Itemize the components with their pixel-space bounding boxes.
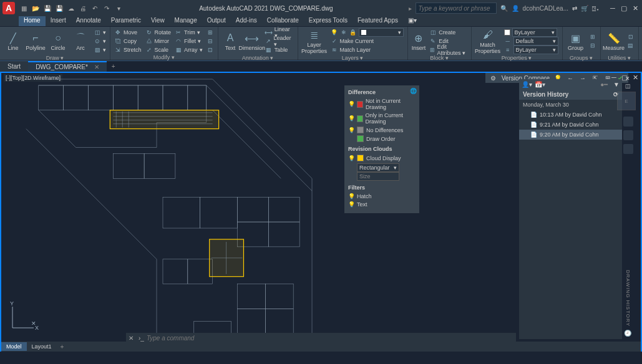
signin-icon[interactable]: 👤 [512,5,519,12]
grey-swatch[interactable] [357,127,364,133]
bulb-icon[interactable]: 💡 [348,127,354,133]
vh-dock-icon[interactable]: ◫ [625,83,631,89]
leader-button[interactable]: ↗Leader ▾ [264,37,295,46]
arc-button[interactable]: ⌒Arc [70,28,91,54]
dimension-button[interactable]: ⟷Dimension [241,28,263,54]
qat-plot-icon[interactable]: 🖨 [78,3,88,13]
search-input[interactable] [416,2,497,14]
user-name[interactable]: dcohnCADLea... [523,5,568,12]
search-icon[interactable]: 🔍 [500,5,508,12]
modify-misc2[interactable]: ⊟ [205,37,215,45]
polyline-button[interactable]: ⌐Polyline [25,28,46,54]
vh-item-2[interactable]: 📄9:20 AM by David Cohn [519,130,622,140]
menu-tab-featured[interactable]: Featured Apps [353,16,403,26]
draw-misc3[interactable]: ▨▾ [92,46,107,54]
vc-panel-icon[interactable]: 🌐 [410,88,417,94]
text-button[interactable]: AText [221,28,240,54]
bulb-icon[interactable]: 💡 [348,155,354,161]
nav-zoom-icon[interactable] [623,130,633,140]
fillet-button[interactable]: ◠Fillet▾ [173,37,204,45]
array-button[interactable]: ▦Array▾ [173,46,204,54]
swatch[interactable] [357,135,364,142]
menu-tab-manage[interactable]: Manage [170,16,202,26]
cloud-size-input[interactable]: Size [357,172,399,181]
vh-close-icon[interactable]: ✕ [625,75,631,82]
layer-combo[interactable]: ▾ [359,28,404,37]
green-swatch[interactable] [357,115,363,122]
exchange-icon[interactable]: ⇄ [572,5,577,12]
group-button[interactable]: ▣Group [565,28,586,54]
scale-button[interactable]: ⤢Scale [144,46,173,54]
qat-new-icon[interactable]: ▦ [19,3,29,13]
layer-state-row[interactable]: 💡❄🔒▾ [329,29,405,37]
vh-filter-icon[interactable]: ▼ [613,81,620,88]
draw-misc1[interactable]: ◫▾ [92,29,107,37]
nav-orbit-icon[interactable] [623,144,633,154]
qat-open-icon[interactable]: 📂 [31,3,41,13]
menu-tab-collaborate[interactable]: Collaborate [262,16,304,26]
linetype-combo[interactable]: ≡ByLayer▾ [503,46,560,54]
doc-close-button[interactable]: ✕ [631,73,640,82]
bulb-icon[interactable]: 💡 [348,115,354,122]
circle-button[interactable]: ○Circle [47,28,69,54]
util-misc2[interactable]: ▤ [626,42,636,50]
menu-tab-more-icon[interactable]: ▣▾ [403,16,422,26]
menu-tab-insert[interactable]: Insert [46,16,71,26]
copy-button[interactable]: ⿻Copy [113,37,143,45]
vh-item-1[interactable]: 📄9:21 AM by David Cohn [519,120,622,130]
tab-close-icon[interactable]: ✕ [94,64,99,70]
cloud-swatch[interactable] [357,155,364,161]
table-button[interactable]: ▦Table [264,46,295,54]
measure-button[interactable]: 📏Measure [603,28,625,54]
tab-active-document[interactable]: DWG_COMPARE*✕ [28,61,107,72]
filter-hatch[interactable]: 💡Hatch [348,193,416,199]
rotate-button[interactable]: ↻Rotate [144,28,173,36]
vh-item-0[interactable]: 📄10:13 AM by David Cohn [519,110,622,120]
color-combo[interactable]: ByLayer▾ [503,29,560,37]
qat-undo-icon[interactable]: ↶ [90,3,100,13]
qat-redo-icon[interactable]: ↷ [102,3,112,13]
info-icon[interactable]: ▸ [409,5,412,12]
trim-button[interactable]: ✂Trim▾ [173,28,204,36]
lineweight-combo[interactable]: ─Default▾ [503,37,560,46]
add-tab-button[interactable]: + [107,63,120,70]
vh-user-icon[interactable]: 👤▾ [522,81,532,88]
tab-start[interactable]: Start [0,61,28,72]
layer-properties-button[interactable]: ≣Layer Properties [301,28,328,54]
match-layer-button[interactable]: ≋Match Layer [329,46,405,54]
menu-tab-output[interactable]: Output [202,16,231,26]
viewcube[interactable]: E [617,92,636,110]
tab-layout1[interactable]: Layout1 [27,342,57,351]
match-properties-button[interactable]: 🖌Match Properties [474,28,502,54]
menu-tab-parametric[interactable]: Parametric [106,16,146,26]
edit-attributes-button[interactable]: ⊞Edit Attributes ▾ [428,46,468,54]
minimize-button[interactable]: ─ [608,4,617,12]
menu-tab-view[interactable]: View [146,16,170,26]
draw-misc2[interactable]: ⊙▾ [92,37,107,46]
filter-text[interactable]: 💡Text [348,201,416,208]
gear-icon[interactable]: ⚙ [489,74,498,82]
modify-misc1[interactable]: ⊞ [205,28,215,36]
maximize-button[interactable]: ▢ [620,4,628,12]
qat-cloud-icon[interactable]: ☁ [66,3,76,13]
qat-save-icon[interactable]: 💾 [42,3,52,13]
app-logo[interactable]: A [2,2,15,14]
nav-pan-icon[interactable] [623,117,633,127]
insert-button[interactable]: ⊕Insert [411,28,427,54]
qat-saveas-icon[interactable]: 💾 [54,3,64,13]
make-current-button[interactable]: ✓Make Current [329,37,405,46]
red-swatch[interactable] [357,101,363,108]
close-button[interactable]: ✕ [631,4,640,12]
cloud-shape-dropdown[interactable]: Rectangular▾ [357,163,399,172]
menu-tab-home[interactable]: Home [19,16,46,26]
command-input[interactable] [147,335,513,342]
mirror-button[interactable]: ⧋Mirror [144,37,173,45]
util-misc1[interactable]: ⊡ [626,33,636,41]
vh-sidebar-label[interactable]: DRAWING HISTORY [625,270,631,327]
bulb-icon[interactable]: 💡 [348,101,354,107]
add-layout-button[interactable]: + [57,343,68,350]
vh-slider-icon[interactable]: ●━ [600,81,608,88]
vh-date-icon[interactable]: 📅▾ [535,81,545,88]
stretch-button[interactable]: ⇲Stretch [113,46,143,54]
menu-tab-annotate[interactable]: Annotate [71,16,106,26]
